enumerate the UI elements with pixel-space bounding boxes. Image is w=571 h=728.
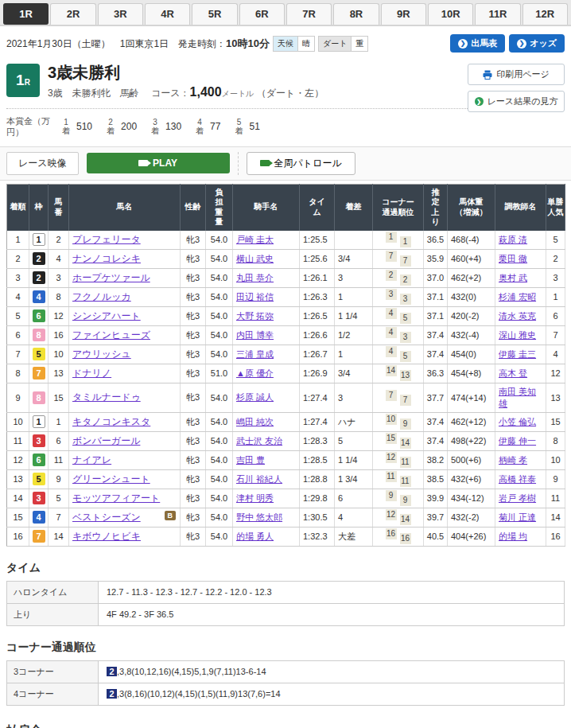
race-tab[interactable]: 11R [475, 3, 520, 25]
prize-item: 4 着 77 [196, 118, 220, 135]
finish-time: 1:26.6 [300, 325, 335, 345]
horse-name-link[interactable]: フクノルッカ [72, 291, 131, 302]
race-tab[interactable]: 7R [286, 3, 332, 25]
race-tab[interactable]: 5R [192, 3, 237, 25]
sex-age: 牝3 [181, 508, 206, 527]
patrol-video-button[interactable]: 全周パトロール [247, 152, 355, 175]
jockey-link[interactable]: 武士沢 友治 [236, 436, 282, 446]
carried-weight: 51.0 [206, 364, 233, 383]
horse-name-link[interactable]: ホープケツァール [72, 272, 150, 283]
horse-name-cell: モッツアフィアート [69, 489, 181, 508]
horse-name-link[interactable]: モッツアフィアート [72, 492, 160, 504]
horse-number: 3 [49, 268, 69, 287]
jockey-link[interactable]: 三浦 皇成 [236, 349, 274, 359]
trainer-link[interactable]: 杉浦 宏昭 [499, 292, 536, 302]
sex-age: 牝3 [181, 527, 206, 546]
play-button[interactable]: PLAY [87, 153, 230, 173]
horse-name-link[interactable]: ファインヒューズ [72, 329, 150, 341]
race-tab[interactable]: 10R [428, 3, 473, 25]
jockey-link[interactable]: 石川 裕紀人 [236, 474, 282, 484]
finish-time: 1:28.8 [300, 469, 335, 489]
trainer-link[interactable]: 高橋 祥泰 [499, 474, 536, 484]
race-tab[interactable]: 6R [239, 3, 285, 25]
horse-name-link[interactable]: ベストシーズン [72, 512, 141, 523]
header-jockey: 騎手名 [233, 184, 300, 231]
jockey-link[interactable]: 吉田 豊 [236, 455, 265, 465]
horse-name-link[interactable]: キボウノヒビキ [72, 531, 141, 542]
jockey-link[interactable]: 戸崎 圭太 [236, 235, 274, 244]
prize-rank-number: 3 [151, 118, 159, 127]
corner-order-cell: 43 [373, 325, 424, 345]
trainer-link[interactable]: 柄崎 孝 [499, 455, 527, 465]
prize-rank: 2 着 [107, 118, 115, 135]
finish-time: 1:27.4 [300, 383, 335, 412]
corner-pass-4: 7 [400, 255, 411, 267]
header-horse-name: 馬名 [69, 184, 181, 231]
last-agari-value: 4F 49.2 - 3F 36.5 [99, 603, 565, 625]
prize-item: 1 着 510 [62, 118, 92, 135]
horse-name-link[interactable]: シンシアハート [72, 310, 141, 321]
jockey-link[interactable]: 丸田 恭介 [236, 273, 274, 282]
trainer-link[interactable]: 的場 均 [499, 531, 527, 541]
jockey-link[interactable]: 内田 博幸 [236, 330, 274, 340]
trainer-link[interactable]: 伊藤 圭三 [499, 349, 536, 359]
jockey-link[interactable]: 津村 明秀 [236, 493, 274, 503]
jockey-link[interactable]: 横山 武史 [236, 254, 274, 263]
trainer-link[interactable]: 栗田 徹 [499, 254, 527, 263]
horse-name-link[interactable]: ドナリノ [72, 368, 111, 379]
race-tab[interactable]: 2R [50, 3, 95, 25]
jockey-link[interactable]: 嶋田 純次 [236, 417, 274, 426]
frame-cell: 2 [29, 268, 49, 287]
horse-name-link[interactable]: キタノコンキスタ [72, 416, 150, 427]
trainer-link[interactable]: 高木 登 [499, 368, 527, 378]
trainer-link[interactable]: 岩戸 孝樹 [499, 493, 536, 503]
horse-name-link[interactable]: ナンノコレシキ [72, 253, 141, 264]
horse-name-cell: フクノルッカ [69, 287, 181, 306]
jockey-link[interactable]: 大野 拓弥 [236, 311, 274, 321]
horse-name-link[interactable]: ボンバーガール [72, 435, 140, 446]
horse-name-link[interactable]: グリーンシュート [72, 473, 150, 485]
horse-name-cell: アウリッシュ [69, 345, 181, 364]
odds-button[interactable]: ❯ オッズ [509, 34, 565, 53]
horse-name-link[interactable]: プレフェリータ [72, 234, 141, 245]
trainer-link[interactable]: 小笠 倫弘 [499, 417, 536, 426]
horse-weight: 454(0) [448, 345, 495, 364]
jockey-link[interactable]: ▲原 優介 [236, 368, 274, 378]
finish-position: 5 [7, 306, 29, 325]
trainer-link[interactable]: 菊川 正達 [499, 512, 536, 522]
trainer-link[interactable]: 萩原 清 [499, 235, 527, 244]
horse-name-link[interactable]: アウリッシュ [72, 348, 131, 360]
sex-age: 牝3 [181, 268, 206, 287]
race-tab[interactable]: 4R [145, 3, 190, 25]
print-page-button[interactable]: 印刷用ページ [468, 64, 565, 85]
horse-name-link[interactable]: タミルナードゥ [72, 391, 141, 403]
race-tab[interactable]: 3R [98, 3, 143, 25]
trainer-link[interactable]: 南田 美知雄 [499, 387, 536, 408]
sex-age: 牝3 [181, 431, 206, 450]
race-tab[interactable]: 8R [333, 3, 379, 25]
jockey-link[interactable]: 杉原 誠人 [236, 392, 274, 402]
trainer-link[interactable]: 清水 英克 [499, 311, 536, 321]
corner-table: 3コーナー 2,3,8(10,12,16)(4,15)5,1,9(7,11)13… [6, 660, 565, 706]
jockey-cell: 内田 博幸 [233, 325, 300, 345]
frame-number-badge: 4 [33, 511, 45, 524]
race-tab[interactable]: 9R [381, 3, 426, 25]
corner-pass-3: 7 [386, 390, 397, 401]
jockey-link[interactable]: 田辺 裕信 [236, 292, 274, 302]
race-tab[interactable]: 1R [3, 3, 49, 25]
trainer-link[interactable]: 伊藤 伸一 [499, 436, 536, 446]
horse-number: 5 [49, 489, 69, 508]
sex-age: 牝3 [181, 364, 206, 383]
corner4-label: 4コーナー [7, 683, 99, 705]
race-tab[interactable]: 12R [522, 3, 568, 25]
jockey-link[interactable]: 的場 勇人 [236, 531, 274, 541]
jockey-cell: 丸田 恭介 [233, 268, 300, 287]
horse-name-link[interactable]: ナイアレ [72, 454, 111, 465]
horse-name-cell: ボンバーガール [69, 431, 181, 450]
jockey-link[interactable]: 野中 悠太郎 [236, 512, 282, 522]
header-trainer: 調教師名 [495, 184, 546, 231]
howto-read-button[interactable]: ❯ レース結果の見方 [468, 91, 565, 112]
trainer-link[interactable]: 深山 雅史 [499, 330, 536, 340]
trainer-link[interactable]: 奥村 武 [499, 273, 527, 282]
entry-table-button[interactable]: ❯ 出馬表 [450, 34, 505, 53]
